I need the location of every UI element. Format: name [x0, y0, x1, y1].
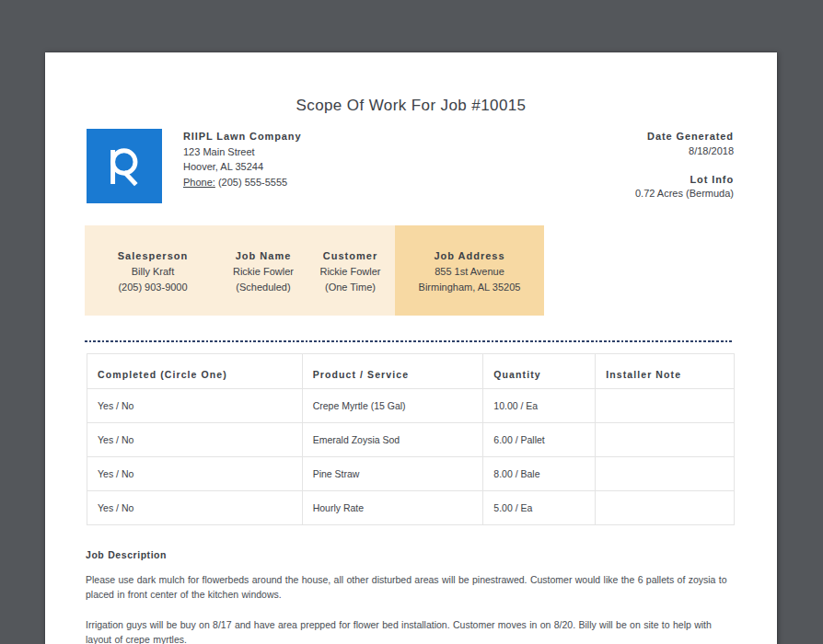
job-name-value: Rickie Fowler	[221, 264, 306, 280]
cell-installer-note	[596, 491, 735, 525]
cell-product: Hourly Rate	[302, 491, 483, 525]
job-description-paragraph: Please use dark mulch for flowerbeds aro…	[86, 572, 730, 602]
cell-product: Emerald Zoysia Sod	[302, 423, 483, 457]
job-description-section: Job Description Please use dark mulch fo…	[86, 547, 730, 644]
dashed-divider	[85, 340, 734, 342]
salesperson-phone: (205) 903-9000	[85, 280, 221, 295]
work-items-table: Completed (Circle One) Product / Service…	[87, 353, 735, 525]
job-info-job-name: Job Name Rickie Fowler (Scheduled)	[221, 225, 306, 316]
customer-label: Customer	[306, 248, 395, 264]
table-row: Yes / No Crepe Myrtle (15 Gal) 10.00 / E…	[87, 389, 735, 423]
phone-number: (205) 555-5555	[218, 177, 287, 188]
header-product-service: Product / Service	[302, 354, 483, 389]
cell-product: Crepe Myrtle (15 Gal)	[302, 389, 483, 423]
company-address-line2: Hoover, AL 35244	[183, 159, 301, 175]
document-page: Scope Of Work For Job #10015 RIIPL Lawn …	[45, 52, 777, 644]
cell-installer-note	[596, 389, 735, 423]
company-logo	[87, 129, 162, 203]
cell-completed: Yes / No	[87, 423, 303, 457]
salesperson-name: Billy Kraft	[85, 264, 221, 280]
table-row: Yes / No Emerald Zoysia Sod 6.00 / Palle…	[87, 423, 735, 457]
customer-name: Rickie Fowler	[306, 264, 395, 280]
cell-quantity: 10.00 / Ea	[483, 389, 596, 423]
company-name: RIIPL Lawn Company	[183, 129, 301, 144]
riipl-r-icon	[87, 129, 162, 203]
company-info-block: RIIPL Lawn Company 123 Main Street Hoove…	[183, 129, 301, 190]
job-info-strip: Salesperson Billy Kraft (205) 903-9000 J…	[85, 225, 544, 316]
cell-product: Pine Straw	[302, 457, 483, 491]
date-generated-group: Date Generated 8/18/2018	[635, 130, 734, 159]
table-row: Yes / No Hourly Rate 5.00 / Ea	[87, 491, 735, 525]
job-info-customer: Customer Rickie Fowler (One Time)	[306, 225, 395, 316]
cell-quantity: 6.00 / Pallet	[483, 423, 596, 457]
lot-info-label: Lot Info	[635, 173, 734, 188]
job-info-salesperson: Salesperson Billy Kraft (205) 903-9000	[85, 225, 221, 316]
header-completed: Completed (Circle One)	[87, 354, 303, 389]
cell-completed: Yes / No	[87, 491, 303, 525]
table-header-row: Completed (Circle One) Product / Service…	[87, 354, 735, 389]
table-row: Yes / No Pine Straw 8.00 / Bale	[87, 457, 735, 491]
company-address-line1: 123 Main Street	[183, 144, 301, 160]
job-address-line2: Birmingham, AL 35205	[395, 280, 544, 295]
document-title: Scope Of Work For Job #10015	[45, 98, 777, 113]
job-name-label: Job Name	[221, 248, 306, 264]
cell-installer-note	[596, 423, 735, 457]
job-address-line1: 855 1st Avenue	[395, 264, 544, 280]
salesperson-label: Salesperson	[85, 248, 221, 264]
cell-completed: Yes / No	[87, 389, 303, 423]
date-generated-label: Date Generated	[635, 130, 734, 144]
job-name-status: (Scheduled)	[221, 280, 306, 295]
phone-label: Phone:	[183, 177, 215, 188]
cell-quantity: 5.00 / Ea	[483, 491, 596, 525]
job-description-paragraph: Irrigation guys will be buy on 8/17 and …	[86, 617, 730, 644]
header-installer-note: Installer Note	[596, 354, 735, 389]
header-quantity: Quantity	[483, 354, 596, 389]
lot-info-group: Lot Info 0.72 Acres (Bermuda)	[635, 173, 734, 202]
cell-installer-note	[596, 457, 735, 491]
pdf-viewer-background: { "document": { "title": "Scope Of Work …	[0, 0, 823, 644]
job-description-heading: Job Description	[86, 547, 730, 562]
document-meta-block: Date Generated 8/18/2018 Lot Info 0.72 A…	[635, 130, 734, 201]
cell-completed: Yes / No	[87, 457, 303, 491]
cell-quantity: 8.00 / Bale	[483, 457, 596, 491]
lot-info-value: 0.72 Acres (Bermuda)	[635, 187, 734, 201]
customer-type: (One Time)	[306, 280, 395, 295]
date-generated-value: 8/18/2018	[635, 144, 734, 159]
job-info-job-address: Job Address 855 1st Avenue Birmingham, A…	[395, 225, 544, 316]
company-phone-line: Phone: (205) 555-5555	[183, 175, 301, 190]
job-address-label: Job Address	[395, 248, 544, 264]
